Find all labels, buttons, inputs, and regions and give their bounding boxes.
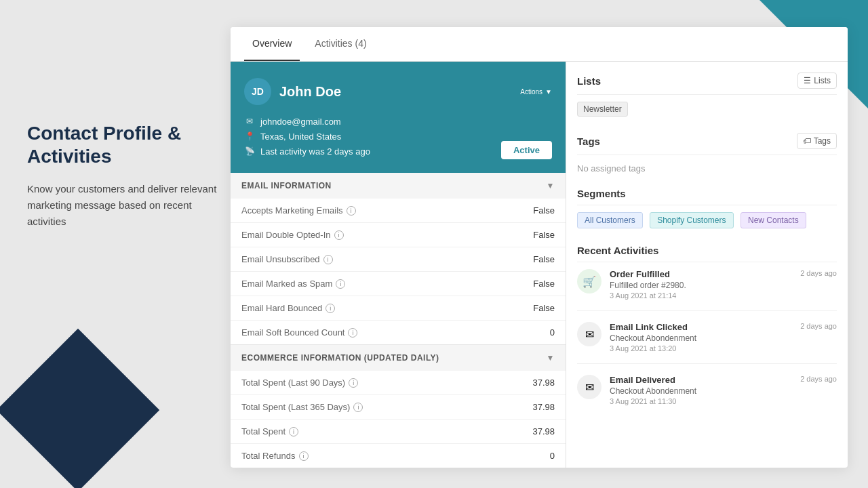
profile-top-row: JD John Doe Actions ▼ <box>244 78 552 105</box>
field-value: False <box>533 279 555 289</box>
segments-section: Segments All Customers Shopify Customers… <box>577 188 837 231</box>
profile-name-row: JD John Doe <box>244 78 341 105</box>
main-container: Overview Activities (4) JD John Doe Acti… <box>231 27 848 468</box>
tags-button[interactable]: 🏷 Tags <box>797 133 837 149</box>
ecommerce-section-title: ECOMMERCE INFORMATION (UPDATED DAILY) <box>241 353 439 363</box>
activity-order-icon: 🛒 <box>577 269 601 293</box>
activity-icon: 📡 <box>244 146 255 157</box>
activity-email-icon: ✉ <box>577 375 601 399</box>
field-row: Accepts Marketing Emails i False <box>231 199 566 223</box>
field-label: Total Refunds i <box>241 451 309 461</box>
field-label: Total Spent (Last 365 Days) i <box>241 402 363 412</box>
field-label: Email Soft Bounced Count i <box>241 327 357 338</box>
activity-time: 2 days ago <box>800 375 837 383</box>
ecommerce-section-chevron: ▼ <box>547 353 555 363</box>
field-value: 0 <box>550 451 555 461</box>
field-value: 0 <box>550 327 555 338</box>
email-information-section: EMAIL INFORMATION ▼ Accepts Marketing Em… <box>231 173 566 345</box>
recent-activities-title: Recent Activities <box>577 245 658 256</box>
activity-body: Order Fulfilled 2 days ago Fulfilled ord… <box>610 269 837 300</box>
field-value: False <box>533 303 555 313</box>
active-status-badge[interactable]: Active <box>501 141 552 159</box>
tabs-bar: Overview Activities (4) <box>231 27 848 62</box>
avatar: JD <box>244 78 271 105</box>
info-icon: i <box>353 403 363 412</box>
field-label: Total Spent i <box>241 426 298 436</box>
field-row: Total Refunds i 0 <box>231 444 566 468</box>
segments-section-header: Segments <box>577 188 837 205</box>
activity-title: Order Fulfilled <box>610 269 670 279</box>
info-icon: i <box>349 378 358 388</box>
email-section-body: Accepts Marketing Emails i False Email D… <box>231 199 566 344</box>
field-row: Email Double Opted-In i False <box>231 223 566 247</box>
activity-header: Email Delivered 2 days ago <box>610 375 837 386</box>
tab-activities[interactable]: Activities (4) <box>307 27 374 61</box>
activity-body: Email Delivered 2 days ago Checkout Abon… <box>610 375 837 405</box>
field-label: Accepts Marketing Emails i <box>241 205 356 216</box>
activity-title: Email Delivered <box>610 375 675 385</box>
field-value: False <box>533 230 555 240</box>
field-label: Email Marked as Spam i <box>241 279 345 289</box>
activity-date: 3 Aug 2021 at 11:30 <box>610 397 837 405</box>
activity-item: ✉ Email Link Clicked 2 days ago Checkout… <box>577 322 837 364</box>
field-row: Email Marked as Spam i False <box>231 272 566 296</box>
field-row: Email Hard Bounced i False <box>231 296 566 321</box>
no-tags-text: No assigned tags <box>577 163 645 174</box>
tags-section: Tags 🏷 Tags No assigned tags <box>577 133 837 174</box>
deco-bottom-left-shape <box>0 329 159 488</box>
info-icon: i <box>299 451 309 461</box>
field-row: Total Spent i 37.98 <box>231 420 566 444</box>
segment-tag[interactable]: All Customers <box>577 212 643 228</box>
recent-activities-header: Recent Activities <box>577 245 837 262</box>
ecommerce-section-body: Total Spent (Last 90 Days) i 37.98 Total… <box>231 371 566 468</box>
left-panel-description: Know your customers and deliver relevant… <box>27 181 217 230</box>
left-panel: Contact Profile & Activities Know your c… <box>27 122 217 230</box>
right-column: Lists ☰ Lists Newsletter Tags 🏷 Tags <box>566 62 848 468</box>
segments-items: All Customers Shopify Customers New Cont… <box>577 212 837 231</box>
lists-section-header: Lists ☰ Lists <box>577 73 837 95</box>
field-label: Email Double Opted-In i <box>241 230 344 240</box>
email-section-chevron: ▼ <box>547 181 555 190</box>
tags-title: Tags <box>577 136 600 147</box>
activity-body: Email Link Clicked 2 days ago Checkout A… <box>610 322 837 352</box>
segments-title: Segments <box>577 188 626 199</box>
lists-items: Newsletter <box>577 102 837 119</box>
info-icon: i <box>336 279 345 289</box>
list-item[interactable]: Newsletter <box>577 102 628 117</box>
lists-button[interactable]: ☰ Lists <box>797 73 837 89</box>
field-row: Email Unsubscribed i False <box>231 247 566 272</box>
lists-section: Lists ☰ Lists Newsletter <box>577 73 837 119</box>
field-label: Email Hard Bounced i <box>241 303 335 313</box>
tab-overview[interactable]: Overview <box>244 27 300 61</box>
tags-section-header: Tags 🏷 Tags <box>577 133 837 155</box>
left-column: JD John Doe Actions ▼ ✉ johndoe@gmail.co… <box>231 62 566 468</box>
info-icon: i <box>289 427 298 436</box>
left-panel-heading: Contact Profile & Activities <box>27 122 217 167</box>
activity-item: ✉ Email Delivered 2 days ago Checkout Ab… <box>577 375 837 416</box>
field-label: Email Unsubscribed i <box>241 254 333 264</box>
location-icon: 📍 <box>244 131 255 142</box>
email-section-header[interactable]: EMAIL INFORMATION ▼ <box>231 173 566 199</box>
info-icon: i <box>348 328 357 338</box>
field-label: Total Spent (Last 90 Days) i <box>241 378 358 388</box>
lists-title: Lists <box>577 75 601 87</box>
activity-desc: Checkout Abondenment <box>610 386 837 396</box>
list-icon: ☰ <box>804 76 811 85</box>
activity-date: 3 Aug 2021 at 13:20 <box>610 344 837 352</box>
field-value: 37.98 <box>532 402 555 412</box>
activity-desc: Checkout Abondenment <box>610 333 837 343</box>
actions-button[interactable]: Actions ▼ <box>520 88 552 96</box>
info-icon: i <box>347 206 356 216</box>
field-value: False <box>533 205 555 216</box>
field-row: Total Spent (Last 90 Days) i 37.98 <box>231 371 566 395</box>
segment-tag[interactable]: Shopify Customers <box>650 212 733 228</box>
info-icon: i <box>334 230 344 240</box>
activity-time: 2 days ago <box>800 269 837 277</box>
activity-header: Order Fulfilled 2 days ago <box>610 269 837 281</box>
activity-title: Email Link Clicked <box>610 322 688 332</box>
profile-location-row: 📍 Texas, United States <box>244 131 552 142</box>
segment-tag[interactable]: New Contacts <box>741 212 806 228</box>
email-icon: ✉ <box>244 116 255 127</box>
ecommerce-information-section: ECOMMERCE INFORMATION (UPDATED DAILY) ▼ … <box>231 345 566 468</box>
ecommerce-section-header[interactable]: ECOMMERCE INFORMATION (UPDATED DAILY) ▼ <box>231 345 566 371</box>
